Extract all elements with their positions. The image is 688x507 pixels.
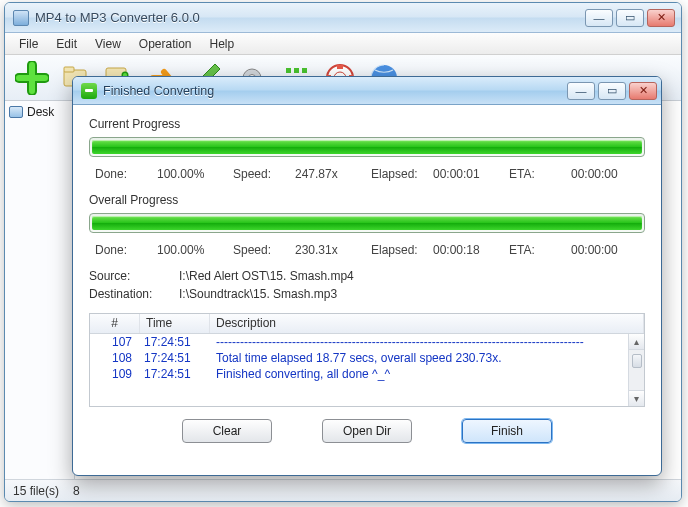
main-titlebar[interactable]: MP4 to MP3 Converter 6.0.0 — ▭ ✕ [5,3,681,33]
log-scrollbar[interactable]: ▴ ▾ [628,334,644,406]
destination-value: I:\Soundtrack\15. Smash.mp3 [179,287,337,301]
log-row-desc: Finished converting, all done ^_^ [210,367,644,381]
main-title: MP4 to MP3 Converter 6.0.0 [35,10,579,25]
sidebar-item-label: Desk [27,105,54,119]
scroll-down-icon[interactable]: ▾ [629,390,644,406]
log-row-desc: ----------------------------------------… [210,335,644,349]
dialog-title: Finished Converting [103,84,561,98]
add-file-icon[interactable] [13,59,51,97]
overall-progress-fill [92,216,642,230]
svg-rect-5 [286,68,291,73]
source-value: I:\Red Alert OST\15. Smash.mp4 [179,269,354,283]
log-panel: # Time Description 107 17:24:51 --------… [89,313,645,407]
svg-rect-7 [302,68,307,73]
statusbar: 15 file(s) 8 [5,479,681,501]
destination-label: Destination: [89,287,161,301]
clear-button[interactable]: Clear [182,419,272,443]
dialog-titlebar[interactable]: Finished Converting — ▭ ✕ [73,77,661,105]
overall-progress-heading: Overall Progress [89,193,645,207]
svg-rect-6 [294,68,299,73]
done-label: Done: [95,167,147,181]
current-progress-bar [89,137,645,157]
main-close-button[interactable]: ✕ [647,9,675,27]
elapsed-label: Elapsed: [371,167,423,181]
log-row-desc: Total time elapsed 18.77 secs, overall s… [210,351,644,365]
dialog-app-icon [81,83,97,99]
overall-progress-stats: Done:100.00% Speed:230.31x Elapsed:00:00… [89,241,645,267]
done-value: 100.00% [157,243,204,257]
log-row-time: 17:24:51 [140,351,210,365]
log-row-num: 107 [90,335,140,349]
main-max-button[interactable]: ▭ [616,9,644,27]
log-col-time[interactable]: Time [140,314,210,333]
elapsed-value: 00:00:01 [433,167,480,181]
speed-label: Speed: [233,243,285,257]
menu-view[interactable]: View [87,35,129,53]
elapsed-value: 00:00:18 [433,243,480,257]
log-row-num: 108 [90,351,140,365]
eta-value: 00:00:00 [571,167,618,181]
menubar: File Edit View Operation Help [5,33,681,55]
dialog-close-button[interactable]: ✕ [629,82,657,100]
status-extra: 8 [73,484,80,498]
log-rows: 107 17:24:51 ---------------------------… [90,334,644,406]
source-row: Source: I:\Red Alert OST\15. Smash.mp4 [89,267,645,285]
log-header: # Time Description [90,314,644,334]
menu-file[interactable]: File [11,35,46,53]
open-dir-button[interactable]: Open Dir [322,419,412,443]
app-icon [13,10,29,26]
log-row[interactable]: 109 17:24:51 Finished converting, all do… [90,366,644,382]
svg-rect-1 [64,67,74,72]
finished-dialog: Finished Converting — ▭ ✕ Current Progre… [72,76,662,476]
log-row-num: 109 [90,367,140,381]
log-row[interactable]: 107 17:24:51 ---------------------------… [90,334,644,350]
log-col-num[interactable]: # [90,314,140,333]
menu-operation[interactable]: Operation [131,35,200,53]
status-file-count: 15 file(s) [13,484,59,498]
scroll-up-icon[interactable]: ▴ [629,334,644,350]
sidebar-item-desktop[interactable]: Desk [9,105,70,119]
dialog-min-button[interactable]: — [567,82,595,100]
desktop-icon [9,106,23,118]
log-row[interactable]: 108 17:24:51 Total time elapsed 18.77 se… [90,350,644,366]
main-min-button[interactable]: — [585,9,613,27]
done-label: Done: [95,243,147,257]
eta-value: 00:00:00 [571,243,618,257]
eta-label: ETA: [509,167,561,181]
menu-help[interactable]: Help [202,35,243,53]
current-progress-stats: Done:100.00% Speed:247.87x Elapsed:00:00… [89,165,645,191]
log-row-time: 17:24:51 [140,335,210,349]
speed-label: Speed: [233,167,285,181]
scroll-thumb[interactable] [632,354,642,368]
destination-row: Destination: I:\Soundtrack\15. Smash.mp3 [89,285,645,303]
source-label: Source: [89,269,161,283]
done-value: 100.00% [157,167,204,181]
log-row-time: 17:24:51 [140,367,210,381]
dialog-max-button[interactable]: ▭ [598,82,626,100]
speed-value: 247.87x [295,167,338,181]
current-progress-fill [92,140,642,154]
finish-button[interactable]: Finish [462,419,552,443]
dialog-button-row: Clear Open Dir Finish [89,407,645,449]
menu-edit[interactable]: Edit [48,35,85,53]
overall-progress-bar [89,213,645,233]
sidebar: Desk [5,101,75,479]
current-progress-heading: Current Progress [89,117,645,131]
elapsed-label: Elapsed: [371,243,423,257]
eta-label: ETA: [509,243,561,257]
log-col-desc[interactable]: Description [210,314,644,333]
speed-value: 230.31x [295,243,338,257]
